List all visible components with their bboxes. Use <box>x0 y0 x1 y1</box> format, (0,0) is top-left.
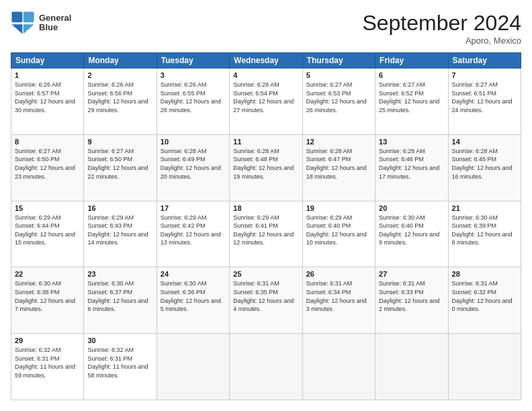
day-number: 3 <box>161 71 226 79</box>
day-detail: Sunrise: 6:28 AMSunset: 6:47 PMDaylight:… <box>306 147 371 181</box>
header-sunday: Sunday <box>11 53 84 68</box>
header-thursday: Thursday <box>302 53 375 68</box>
calendar-cell: 24Sunrise: 6:30 AMSunset: 6:36 PMDayligh… <box>157 267 229 334</box>
week-row-3: 22Sunrise: 6:30 AMSunset: 6:38 PMDayligh… <box>11 267 521 334</box>
logo-icon <box>11 11 35 35</box>
day-number: 30 <box>87 336 152 345</box>
month-title: September 2024 <box>362 11 521 36</box>
location: Aporo, Mexico <box>362 36 521 46</box>
day-detail: Sunrise: 6:29 AMSunset: 6:42 PMDaylight:… <box>161 214 226 247</box>
day-detail: Sunrise: 6:26 AMSunset: 6:54 PMDaylight:… <box>233 81 298 114</box>
svg-marker-2 <box>11 24 22 34</box>
day-detail: Sunrise: 6:30 AMSunset: 6:40 PMDaylight:… <box>379 214 444 247</box>
day-number: 2 <box>87 71 152 79</box>
day-number: 22 <box>15 270 80 278</box>
header-friday: Friday <box>375 53 448 68</box>
day-number: 10 <box>161 138 226 146</box>
day-detail: Sunrise: 6:30 AMSunset: 6:38 PMDaylight:… <box>15 279 80 313</box>
day-number: 4 <box>233 71 298 79</box>
calendar-cell: 13Sunrise: 6:28 AMSunset: 6:46 PMDayligh… <box>375 134 448 201</box>
calendar-cell: 10Sunrise: 6:28 AMSunset: 6:49 PMDayligh… <box>157 134 229 201</box>
day-detail: Sunrise: 6:30 AMSunset: 6:36 PMDaylight:… <box>161 279 226 313</box>
logo-line1: General <box>39 13 71 23</box>
calendar-cell: 23Sunrise: 6:30 AMSunset: 6:37 PMDayligh… <box>84 267 157 334</box>
day-number: 26 <box>306 270 371 278</box>
day-number: 29 <box>15 336 80 345</box>
svg-marker-3 <box>24 24 34 34</box>
title-section: September 2024 Aporo, Mexico <box>362 11 521 46</box>
day-number: 20 <box>379 204 444 212</box>
day-detail: Sunrise: 6:30 AMSunset: 6:37 PMDaylight:… <box>87 279 152 313</box>
day-detail: Sunrise: 6:29 AMSunset: 6:43 PMDaylight:… <box>87 214 152 247</box>
day-number: 24 <box>161 270 226 278</box>
day-number: 15 <box>15 204 80 212</box>
day-number: 23 <box>87 270 152 278</box>
day-number: 12 <box>306 138 371 146</box>
week-row-4: 29Sunrise: 6:32 AMSunset: 6:31 PMDayligh… <box>11 334 521 400</box>
calendar-cell: 7Sunrise: 6:27 AMSunset: 6:51 PMDaylight… <box>448 68 521 135</box>
day-detail: Sunrise: 6:27 AMSunset: 6:50 PMDaylight:… <box>15 147 80 181</box>
day-number: 11 <box>233 138 298 146</box>
calendar-cell: 3Sunrise: 6:26 AMSunset: 6:55 PMDaylight… <box>157 68 229 135</box>
day-number: 9 <box>87 138 152 146</box>
calendar-cell: 25Sunrise: 6:31 AMSunset: 6:35 PMDayligh… <box>230 267 302 334</box>
calendar-cell <box>230 334 302 400</box>
day-number: 18 <box>233 204 298 212</box>
calendar-cell <box>302 334 375 400</box>
header: General Blue September 2024 Aporo, Mexic… <box>11 11 521 46</box>
calendar-cell: 19Sunrise: 6:29 AMSunset: 6:40 PMDayligh… <box>302 201 375 267</box>
day-number: 1 <box>15 71 80 79</box>
header-wednesday: Wednesday <box>230 53 302 68</box>
day-detail: Sunrise: 6:27 AMSunset: 6:53 PMDaylight:… <box>306 81 371 114</box>
day-detail: Sunrise: 6:27 AMSunset: 6:50 PMDaylight:… <box>87 147 152 181</box>
day-detail: Sunrise: 6:27 AMSunset: 6:52 PMDaylight:… <box>379 81 444 114</box>
calendar-header-row: SundayMondayTuesdayWednesdayThursdayFrid… <box>11 53 521 68</box>
header-monday: Monday <box>84 53 157 68</box>
day-number: 7 <box>452 71 517 79</box>
day-detail: Sunrise: 6:31 AMSunset: 6:33 PMDaylight:… <box>379 279 444 313</box>
logo-line2: Blue <box>39 23 71 32</box>
day-detail: Sunrise: 6:29 AMSunset: 6:40 PMDaylight:… <box>306 214 371 247</box>
day-number: 14 <box>452 138 517 146</box>
week-row-1: 8Sunrise: 6:27 AMSunset: 6:50 PMDaylight… <box>11 134 521 201</box>
calendar-cell <box>375 334 448 400</box>
week-row-0: 1Sunrise: 6:26 AMSunset: 6:57 PMDaylight… <box>11 68 521 135</box>
calendar-table: SundayMondayTuesdayWednesdayThursdayFrid… <box>11 52 521 400</box>
logo: General Blue <box>11 11 71 35</box>
calendar-cell: 17Sunrise: 6:29 AMSunset: 6:42 PMDayligh… <box>157 201 229 267</box>
calendar-cell: 8Sunrise: 6:27 AMSunset: 6:50 PMDaylight… <box>11 134 84 201</box>
calendar-cell: 22Sunrise: 6:30 AMSunset: 6:38 PMDayligh… <box>11 267 84 334</box>
week-row-2: 15Sunrise: 6:29 AMSunset: 6:44 PMDayligh… <box>11 201 521 267</box>
svg-rect-1 <box>24 11 34 22</box>
calendar-cell: 16Sunrise: 6:29 AMSunset: 6:43 PMDayligh… <box>84 201 157 267</box>
calendar-cell: 11Sunrise: 6:28 AMSunset: 6:48 PMDayligh… <box>230 134 302 201</box>
day-detail: Sunrise: 6:31 AMSunset: 6:35 PMDaylight:… <box>233 279 298 313</box>
day-detail: Sunrise: 6:31 AMSunset: 6:34 PMDaylight:… <box>306 279 371 313</box>
svg-rect-0 <box>11 11 22 22</box>
day-detail: Sunrise: 6:32 AMSunset: 6:31 PMDaylight:… <box>87 346 152 379</box>
calendar-cell: 30Sunrise: 6:32 AMSunset: 6:31 PMDayligh… <box>84 334 157 400</box>
day-number: 17 <box>161 204 226 212</box>
day-detail: Sunrise: 6:26 AMSunset: 6:56 PMDaylight:… <box>87 81 152 114</box>
calendar-cell: 1Sunrise: 6:26 AMSunset: 6:57 PMDaylight… <box>11 68 84 135</box>
day-number: 13 <box>379 138 444 146</box>
calendar-cell: 18Sunrise: 6:29 AMSunset: 6:41 PMDayligh… <box>230 201 302 267</box>
calendar-cell: 14Sunrise: 6:28 AMSunset: 6:45 PMDayligh… <box>448 134 521 201</box>
calendar-cell: 20Sunrise: 6:30 AMSunset: 6:40 PMDayligh… <box>375 201 448 267</box>
day-number: 16 <box>87 204 152 212</box>
day-detail: Sunrise: 6:28 AMSunset: 6:46 PMDaylight:… <box>379 147 444 181</box>
day-number: 27 <box>379 270 444 278</box>
calendar-cell: 12Sunrise: 6:28 AMSunset: 6:47 PMDayligh… <box>302 134 375 201</box>
day-number: 28 <box>452 270 517 278</box>
calendar-cell: 21Sunrise: 6:30 AMSunset: 6:39 PMDayligh… <box>448 201 521 267</box>
calendar-cell <box>448 334 521 400</box>
calendar-cell: 26Sunrise: 6:31 AMSunset: 6:34 PMDayligh… <box>302 267 375 334</box>
day-detail: Sunrise: 6:29 AMSunset: 6:44 PMDaylight:… <box>15 214 80 247</box>
calendar-cell: 29Sunrise: 6:32 AMSunset: 6:31 PMDayligh… <box>11 334 84 400</box>
day-number: 25 <box>233 270 298 278</box>
calendar-body: 1Sunrise: 6:26 AMSunset: 6:57 PMDaylight… <box>11 68 521 400</box>
day-detail: Sunrise: 6:30 AMSunset: 6:39 PMDaylight:… <box>452 214 517 247</box>
day-number: 8 <box>15 138 80 146</box>
calendar-cell: 6Sunrise: 6:27 AMSunset: 6:52 PMDaylight… <box>375 68 448 135</box>
day-detail: Sunrise: 6:28 AMSunset: 6:45 PMDaylight:… <box>452 147 517 181</box>
